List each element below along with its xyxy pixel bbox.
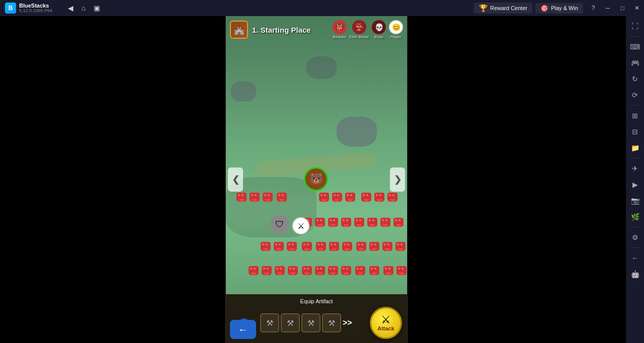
settings-button[interactable]: ⚙: [628, 230, 642, 244]
sidebar-separator-5: [630, 247, 640, 248]
enemy-32: [274, 266, 285, 276]
elite-icon: 👺: [352, 20, 366, 34]
bluestacks-logo-icon: B: [5, 3, 16, 14]
enemy-8: [361, 192, 372, 202]
moving-char-shield: 🛡: [270, 215, 289, 234]
enemy-39: [369, 266, 380, 276]
home-button[interactable]: ⌂: [77, 2, 90, 14]
enemy-6: [332, 192, 343, 202]
help-button[interactable]: ?: [586, 0, 600, 16]
eco-button[interactable]: 🌿: [628, 210, 642, 224]
attack-icon: ⚔: [381, 314, 391, 325]
enemy-14: [341, 217, 352, 227]
play-win-label: Play & Win: [551, 5, 578, 11]
rotate-button[interactable]: ⟳: [628, 88, 642, 102]
legend-player: 😊 Player: [389, 20, 403, 39]
layers-button[interactable]: ⊞: [628, 109, 642, 123]
android-button[interactable]: 🤖: [628, 267, 642, 281]
minimize-button[interactable]: ─: [601, 0, 615, 16]
maximize-button[interactable]: □: [615, 0, 629, 16]
enemy-40: [383, 266, 394, 276]
titlebar: B BlueStacks 5.12.0.1065 P64 ◀ ⌂ ▣ 🏆 Rew…: [0, 0, 644, 16]
enemy-35: [314, 266, 326, 276]
hud-bottom-row: 🧙 ⚒ ⚒ ⚒ ⚒ >> ⚔ Attack: [231, 307, 402, 339]
artifact-slot-2[interactable]: ⚒: [281, 313, 300, 332]
enemy-17: [380, 217, 391, 227]
gamepad-button[interactable]: 🎮: [628, 56, 642, 70]
enemy-4: [276, 192, 287, 202]
enemy-38: [355, 266, 366, 276]
enemy-30: [248, 266, 259, 276]
enemy-29: [395, 241, 406, 251]
artifact-slot-3[interactable]: ⚒: [301, 313, 320, 332]
legend-elite: 👺 Elite Beast: [350, 20, 369, 39]
nav-left-button[interactable]: ❮: [228, 167, 243, 192]
recent-button[interactable]: ▣: [91, 2, 103, 14]
enemy-25: [342, 241, 353, 251]
game-viewport: 🏰 1. Starting Place 👹 Beastie 👺 Elite Be…: [225, 16, 408, 343]
elite-label: Elite Beast: [350, 35, 369, 39]
reward-icon: 🏆: [479, 4, 488, 12]
reward-center-label: Reward Center: [490, 5, 527, 11]
back-game-button[interactable]: ←: [230, 320, 256, 339]
enemy-31: [261, 266, 272, 276]
back-sidebar-button[interactable]: ←: [628, 251, 642, 265]
window-controls: ? ─ □ ✕: [586, 0, 644, 16]
app-version: 5.12.0.1065 P64: [19, 9, 52, 13]
keyboard-button[interactable]: ⌨: [628, 40, 642, 54]
enemy-19: [260, 241, 271, 251]
player-label: Player: [390, 35, 402, 39]
right-sidebar: ⛶ ⌨ 🎮 ↻ ⟳ ⊞ ⊟ 📁 ✈ ▶ 📷 🌿 ⚙ ← 🤖: [626, 16, 644, 343]
macro-button[interactable]: ✈: [628, 161, 642, 176]
enemy-9: [374, 192, 385, 202]
enemy-15: [354, 217, 365, 227]
nav-right-button[interactable]: ❯: [390, 167, 405, 192]
folder-button[interactable]: 📁: [628, 141, 642, 155]
camera-button[interactable]: 📷: [628, 194, 642, 208]
enemy-7: [345, 192, 356, 202]
legend-beastie: 👹 Beastie: [333, 20, 347, 39]
close-button[interactable]: ✕: [630, 0, 644, 16]
equip-label: Equip Artifact: [231, 298, 402, 304]
beastie-label: Beastie: [333, 35, 346, 39]
enemy-24: [329, 241, 340, 251]
attack-button[interactable]: ⚔ Attack: [370, 307, 402, 339]
enemy-2: [249, 192, 260, 202]
enemy-12: [314, 217, 326, 227]
refresh-button[interactable]: ↻: [628, 72, 642, 86]
artifact-slot-4[interactable]: ⚒: [322, 313, 341, 332]
enemy-34: [301, 266, 312, 276]
app-logo: B BlueStacks 5.12.0.1065 P64: [0, 3, 60, 14]
enemy-36: [328, 266, 339, 276]
sidebar-separator-2: [630, 105, 640, 106]
script-button[interactable]: ▶: [628, 178, 642, 192]
boss-icon: 💀: [372, 20, 386, 34]
back-button[interactable]: ◀: [64, 2, 76, 14]
sidebar-separator-1: [630, 36, 640, 37]
enemy-27: [369, 241, 380, 251]
artifact-slot-1[interactable]: ⚒: [260, 313, 279, 332]
layers2-button[interactable]: ⊟: [628, 125, 642, 139]
reward-center-button[interactable]: 🏆 Reward Center: [474, 3, 532, 14]
terrain-rock-1: [337, 117, 377, 147]
play-win-button[interactable]: 🎯 Play & Win: [535, 3, 583, 14]
hud-legend: 👹 Beastie 👺 Elite Beast 💀 Boss 😊 Player: [333, 20, 403, 39]
enemy-23: [315, 241, 327, 251]
enemy-20: [273, 241, 284, 251]
boss-label: Boss: [374, 35, 383, 39]
artifact-arrow-icon: >>: [343, 318, 352, 327]
moving-char-attack: ⚔: [292, 217, 309, 234]
sidebar-separator-4: [630, 227, 640, 227]
enemy-22: [301, 241, 312, 251]
artifact-slots: ⚒ ⚒ ⚒ ⚒ >>: [260, 313, 367, 332]
sidebar-separator-3: [630, 158, 640, 158]
fullscreen-button[interactable]: ⛶: [628, 19, 642, 33]
stage-title: 1. Starting Place: [252, 26, 311, 34]
enemy-18: [393, 217, 404, 227]
enemy-13: [328, 217, 339, 227]
enemy-16: [367, 217, 378, 227]
enemy-10: [387, 192, 398, 202]
player-token: 🐻: [304, 167, 328, 191]
player-icon: 😊: [389, 20, 403, 34]
enemy-5: [318, 192, 330, 202]
